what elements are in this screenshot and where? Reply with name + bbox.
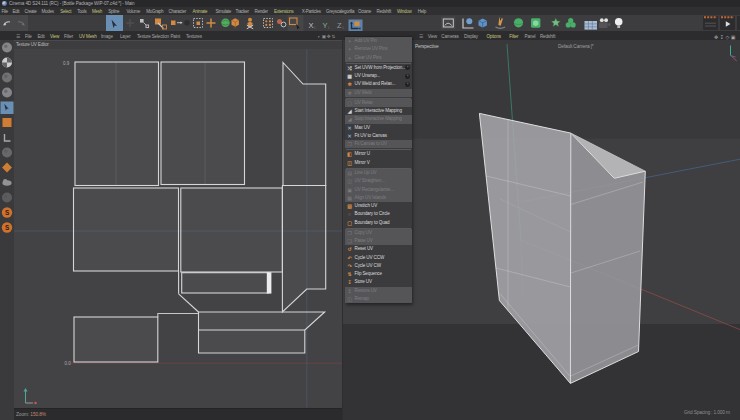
svg-text:Y: Y — [323, 21, 328, 30]
svg-text:Z: Z — [337, 21, 342, 30]
svg-text:0.9: 0.9 — [63, 61, 70, 66]
svg-text:S: S — [5, 209, 10, 216]
svg-text:L: L — [343, 26, 345, 30]
svg-text:L: L — [328, 26, 330, 30]
svg-text:S: S — [5, 224, 10, 231]
svg-text:X: X — [309, 21, 314, 30]
svg-text:0.0: 0.0 — [65, 361, 72, 366]
svg-text:L: L — [314, 26, 316, 30]
